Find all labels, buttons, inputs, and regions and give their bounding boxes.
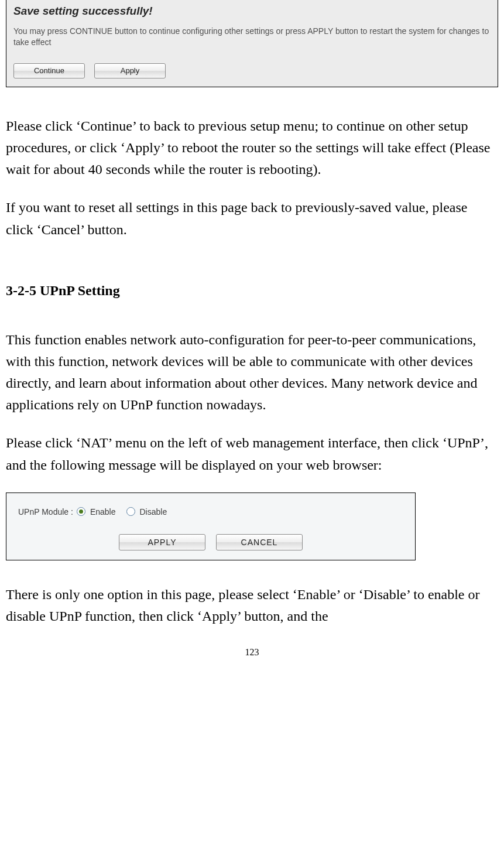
upnp-cancel-button[interactable]: CANCEL (216, 534, 303, 550)
upnp-navigation-paragraph: Please click ‘NAT’ menu on the left of w… (6, 432, 498, 476)
radio-enable-label: Enable (90, 507, 116, 516)
upnp-apply-button[interactable]: APPLY (119, 534, 205, 550)
upnp-description-paragraph: This function enables network auto-confi… (6, 329, 498, 416)
upnp-settings-dialog: UPnP Module : Enable Disable APPLY CANCE… (6, 492, 416, 560)
section-heading: 3-2-5 UPnP Setting (6, 283, 498, 299)
upnp-button-row: APPLY CANCEL (15, 534, 407, 550)
upnp-module-label: UPnP Module : (18, 507, 73, 516)
instruction-paragraph-1: Please click ‘Continue’ to back to previ… (6, 115, 498, 181)
radio-disable-label: Disable (140, 507, 167, 516)
instruction-paragraph-2: If you want to reset all settings in thi… (6, 197, 498, 240)
radio-dot-icon (79, 509, 83, 514)
dialog-description: You may press CONTINUE button to continu… (13, 26, 491, 48)
upnp-trailing-paragraph: There is only one option in this page, p… (6, 584, 498, 627)
radio-enable[interactable] (77, 507, 85, 516)
save-success-dialog: Save setting successfully! You may press… (6, 0, 498, 87)
page-number: 123 (6, 647, 498, 658)
continue-button[interactable]: Continue (13, 63, 85, 78)
dialog-title: Save setting successfully! (13, 5, 491, 18)
upnp-radio-group: UPnP Module : Enable Disable (15, 507, 407, 516)
dialog-button-row: Continue Apply (13, 63, 491, 78)
radio-disable[interactable] (126, 507, 135, 516)
apply-button[interactable]: Apply (94, 63, 166, 78)
